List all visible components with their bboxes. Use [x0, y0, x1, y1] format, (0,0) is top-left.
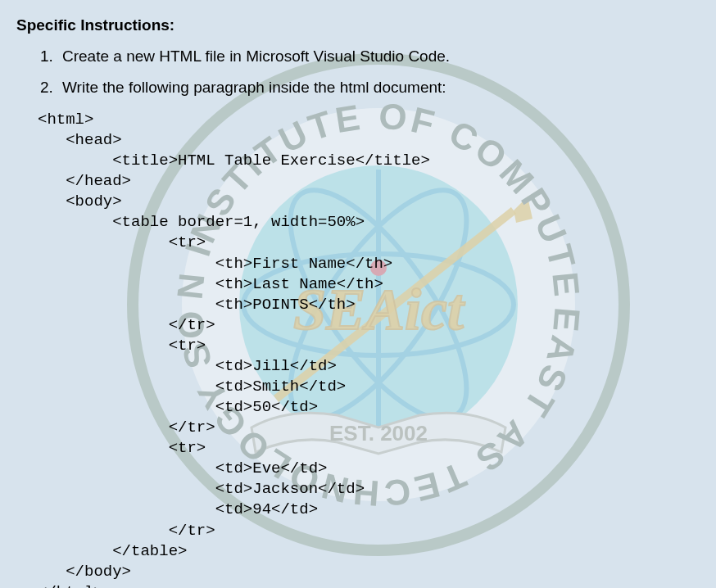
code-line: <th>POINTS</th>: [38, 296, 356, 314]
code-line: <html>: [38, 111, 93, 129]
code-line: <head>: [38, 131, 122, 149]
section-heading: Specific Instructions:: [16, 16, 706, 34]
code-line: <td>Jill</td>: [38, 357, 337, 375]
code-line: </html>: [38, 583, 103, 588]
code-line: <td>50</td>: [38, 398, 318, 416]
html-code-example: <html> <head> <title>HTML Table Exercise…: [38, 110, 706, 588]
code-line: </tr>: [38, 418, 215, 436]
code-line: <tr>: [38, 337, 206, 355]
code-line: <tr>: [38, 439, 206, 457]
instruction-list: Create a new HTML file in Microsoft Visu…: [16, 47, 706, 97]
code-line: </body>: [38, 563, 131, 581]
code-line: <td>94</td>: [38, 500, 318, 518]
code-line: </table>: [38, 542, 187, 560]
code-line: <tr>: [38, 233, 206, 251]
instruction-item: Create a new HTML file in Microsoft Visu…: [57, 47, 706, 66]
code-line: <table border=1, width=50%>: [38, 213, 365, 231]
code-line: <td>Jackson</td>: [38, 480, 365, 498]
code-line: <th>Last Name</th>: [38, 275, 383, 293]
code-line: <td>Smith</td>: [38, 378, 346, 396]
code-line: </tr>: [38, 316, 215, 334]
code-line: <td>Eve</td>: [38, 459, 327, 477]
code-line: <th>First Name</th>: [38, 255, 392, 273]
code-line: <body>: [38, 192, 122, 210]
instruction-item: Write the following paragraph inside the…: [57, 79, 706, 97]
code-line: <title>HTML Table Exercise</title>: [38, 152, 430, 170]
code-line: </tr>: [38, 522, 215, 540]
code-line: </head>: [38, 172, 131, 190]
